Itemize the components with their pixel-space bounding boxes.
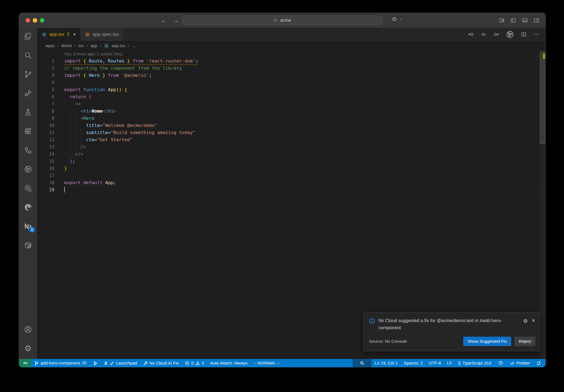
tab-app-tsx[interactable]: app.tsx3×	[37, 28, 80, 41]
breadcrumb-separator: ›	[74, 43, 76, 48]
activity-search[interactable]	[23, 50, 33, 60]
tab-label: app.tsx	[49, 32, 64, 37]
activity-package-explorer[interactable]	[23, 240, 33, 250]
toggle-panel-icon[interactable]	[522, 17, 528, 23]
prettier-item[interactable]: Prettier	[507, 359, 533, 367]
breadcrumb-item[interactable]: apps	[45, 43, 55, 48]
eol-item[interactable]: LF	[444, 359, 455, 367]
breadcrumb-overflow[interactable]: …	[132, 43, 136, 48]
breadcrumb-file[interactable]: app.tsx	[112, 43, 125, 48]
cloud-upload-icon	[82, 361, 87, 366]
line-number-gutter[interactable]: 18	[37, 179, 54, 186]
git-graph-icon[interactable]	[506, 30, 514, 39]
line-number-gutter[interactable]: 14	[37, 151, 54, 158]
customize-layout-icon[interactable]	[499, 17, 505, 23]
line-number-gutter[interactable]: 5	[37, 86, 54, 93]
line-number-gutter[interactable]: 17	[37, 172, 54, 179]
code-line-15: 15 );	[37, 158, 546, 165]
zoom-window-button[interactable]	[40, 18, 44, 23]
cursor-position-item[interactable]: Ln 19, Col 1	[372, 359, 401, 367]
notification-settings-gear-icon[interactable]: ⚙	[523, 318, 528, 324]
double-check-icon	[510, 361, 515, 366]
line-number-gutter[interactable]: 8	[37, 108, 54, 115]
change-node-icon[interactable]	[481, 31, 487, 37]
notification-source: Source: Nx Console	[369, 339, 407, 344]
problems-item[interactable]: 03	[182, 359, 207, 367]
line-number-gutter[interactable]: 1	[37, 58, 54, 65]
toggle-secondary-sidebar-icon[interactable]	[533, 17, 539, 23]
command-center-query: acme	[280, 18, 291, 23]
nav-back-button[interactable]: ←	[161, 17, 167, 24]
overview-ruler-warning-marker	[543, 53, 545, 59]
breadcrumb: apps›demo›src›app›app.tsx›…	[37, 41, 546, 50]
activity-accounts[interactable]	[23, 325, 33, 334]
code-line-10: 10 title="Welcmoe @acme/demo"	[37, 122, 546, 129]
branch-item[interactable]: add-hero-component	[31, 359, 90, 367]
scrollbar-thumb[interactable]	[539, 51, 546, 143]
breadcrumb-separator: ›	[86, 43, 88, 48]
breadcrumb-item[interactable]: app	[90, 43, 97, 48]
more-actions-icon[interactable]	[533, 31, 539, 37]
toggle-sidebar-icon[interactable]	[510, 17, 516, 23]
prev-change-icon[interactable]	[468, 31, 474, 37]
nav-forward-button[interactable]: →	[173, 17, 179, 24]
error-icon	[185, 361, 189, 366]
breadcrumb-item[interactable]: demo	[61, 43, 72, 48]
encoding-item[interactable]: UTF-8	[426, 359, 444, 367]
activity-nx-console[interactable]: 1	[23, 221, 33, 231]
line-number-gutter[interactable]: 16	[37, 165, 54, 172]
activity-project-hierarchy[interactable]	[23, 145, 33, 155]
line-number-gutter[interactable]: 10	[37, 122, 54, 129]
auto-attach-item[interactable]: Auto Attach: Always	[207, 359, 251, 367]
activity-testing[interactable]	[23, 107, 33, 117]
indentation-item[interactable]: Spaces: 2	[401, 359, 426, 367]
split-editor-icon[interactable]	[521, 31, 527, 37]
close-window-button[interactable]	[26, 18, 30, 23]
activity-settings[interactable]: ⚙	[23, 344, 33, 353]
copilot-menu-button[interactable]	[391, 16, 403, 22]
code-line-11: 11 subtitle="Build something amazing tod…	[37, 129, 546, 136]
launchpad-item[interactable]: Launchpad	[101, 359, 140, 367]
activity-edge-browser[interactable]	[23, 202, 33, 212]
code-line-8: 8 <h1>Home</h1>	[37, 108, 546, 115]
activity-source-control[interactable]	[23, 69, 33, 79]
copilot-icon	[391, 16, 397, 22]
line-number-gutter[interactable]: 15	[37, 158, 54, 165]
line-number-gutter[interactable]: 4	[37, 79, 54, 86]
line-number-gutter[interactable]: 7	[37, 100, 54, 108]
activity-graph-search[interactable]	[23, 183, 33, 193]
line-number-gutter[interactable]: 9	[37, 115, 54, 122]
next-change-icon[interactable]	[493, 31, 499, 37]
activity-extensions[interactable]	[23, 126, 33, 136]
line-number-gutter[interactable]: 2	[37, 65, 54, 72]
line-number-gutter[interactable]: 13	[37, 143, 54, 151]
language-item[interactable]: {}TypeScript JSX	[455, 359, 495, 367]
close-tab-icon[interactable]: ×	[73, 32, 76, 37]
activity-git-graph[interactable]	[23, 164, 33, 174]
react-icon	[42, 32, 47, 37]
command-center-search[interactable]: acme	[182, 16, 383, 25]
editor-group: app.tsx3× app.spec.tsx apps›demo›src›app…	[37, 28, 546, 359]
copilot-item[interactable]	[495, 359, 507, 367]
line-number-gutter[interactable]: 6	[37, 93, 54, 100]
show-suggested-fix-button[interactable]: Show Suggested Fix	[463, 337, 511, 346]
activity-explorer[interactable]	[23, 31, 33, 41]
breadcrumb-separator: ›	[100, 43, 101, 48]
line-number-gutter[interactable]: 3	[37, 72, 54, 79]
breadcrumb-item[interactable]: src	[78, 43, 84, 48]
notifications-item[interactable]	[533, 359, 544, 367]
code-line-12: 12 cta="Get Started"	[37, 136, 546, 143]
line-number-gutter[interactable]: 12	[37, 136, 54, 143]
zoom-indicator[interactable]	[353, 359, 372, 367]
line-number-gutter[interactable]: 19	[37, 186, 54, 194]
notification-close-icon[interactable]: ✕	[532, 318, 535, 324]
line-number-gutter[interactable]: 11	[37, 129, 54, 136]
activity-run-debug[interactable]	[23, 88, 33, 98]
minimize-window-button[interactable]	[33, 18, 37, 23]
tab-app-spec-tsx[interactable]: app.spec.tsx	[80, 28, 123, 41]
nx-cloud-ai-fix-item[interactable]: Nx Cloud AI Fix	[140, 359, 182, 367]
reject-button[interactable]: Reject	[514, 337, 535, 346]
remote-indicator[interactable]: ><	[19, 359, 31, 367]
commit-graph-item[interactable]	[90, 359, 101, 367]
vim-mode-item[interactable]: -- NORMAL --	[251, 359, 283, 367]
